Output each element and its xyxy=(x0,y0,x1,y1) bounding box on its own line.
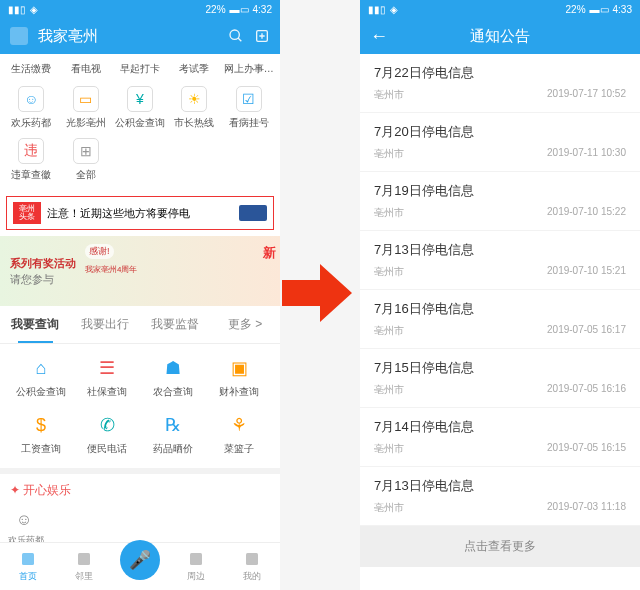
notice-list[interactable]: 7月22日停电信息亳州市2019-07-17 10:527月20日停电信息亳州市… xyxy=(360,54,640,526)
mid-cat-0[interactable]: ☺欢乐药都 xyxy=(4,86,58,130)
status-bar: ▮▮▯◈ 22%▬▭4:32 xyxy=(0,0,280,18)
phone-right: ▮▮▯◈ 22%▬▭4:33 ← 通知公告 7月22日停电信息亳州市2019-0… xyxy=(360,0,640,590)
notice-title: 7月15日停电信息 xyxy=(374,359,626,377)
notice-title: 7月19日停电信息 xyxy=(374,182,626,200)
tab-1[interactable]: 我要出行 xyxy=(70,306,140,343)
cat-label: 看病挂号 xyxy=(229,116,269,130)
signal-icon: ▮▮▯ xyxy=(8,4,26,15)
notice-time: 2019-07-17 10:52 xyxy=(547,88,626,102)
notice-item-3[interactable]: 7月13日停电信息亳州市2019-07-10 15:21 xyxy=(360,231,640,290)
mid-cat-3[interactable]: ☀市长热线 xyxy=(167,86,221,130)
service-3[interactable]: ▣财补查询 xyxy=(206,356,272,399)
service-icon: ☗ xyxy=(161,356,185,380)
notice-item-6[interactable]: 7月14日停电信息亳州市2019-07-05 16:15 xyxy=(360,408,640,467)
notice-item-0[interactable]: 7月22日停电信息亳州市2019-07-17 10:52 xyxy=(360,54,640,113)
promo-thanks-badge: 感谢! xyxy=(85,244,114,259)
arrow-icon xyxy=(282,260,352,326)
battery-icon: ▬▭ xyxy=(230,4,249,15)
service-label: 社保查询 xyxy=(87,385,127,399)
svg-rect-3 xyxy=(78,553,90,565)
phone-left: ▮▮▯◈ 22%▬▭4:32 我家亳州 生活缴费看电视早起打卡考试季网上办事… … xyxy=(0,0,280,590)
search-icon[interactable] xyxy=(228,28,244,44)
tab-3[interactable]: 更多 > xyxy=(210,306,280,343)
cat-label: 全部 xyxy=(76,168,96,182)
notice-title: 7月20日停电信息 xyxy=(374,123,626,141)
section-entertainment: ✦ 开心娱乐 xyxy=(0,468,280,507)
service-5[interactable]: ✆便民电话 xyxy=(74,413,140,456)
service-label: 工资查询 xyxy=(21,442,61,456)
service-label: 公积金查询 xyxy=(16,385,66,399)
mid-cat-5[interactable]: 违违章查徽 xyxy=(4,138,58,182)
svg-point-0 xyxy=(230,30,239,39)
clock: 4:32 xyxy=(253,4,272,15)
service-2[interactable]: ☗农合查询 xyxy=(140,356,206,399)
top-cat-0[interactable]: 生活缴费 xyxy=(4,62,58,76)
notice-title: 7月16日停电信息 xyxy=(374,300,626,318)
svg-rect-4 xyxy=(190,553,202,565)
top-cat-3[interactable]: 考试季 xyxy=(167,62,221,76)
banner-badge-icon xyxy=(239,205,267,221)
status-bar-right: ▮▮▯◈ 22%▬▭4:33 xyxy=(360,0,640,18)
promo-new-label: 新 xyxy=(263,244,276,262)
bottom-nav: 首页邻里🎤周边我的 xyxy=(0,542,280,590)
wifi-icon: ◈ xyxy=(30,4,38,15)
promo-banner[interactable]: 系列有奖活动 请您参与 感谢! 我家亳州4周年 新 xyxy=(0,236,280,306)
notice-time: 2019-07-05 16:17 xyxy=(547,324,626,338)
add-icon[interactable] xyxy=(254,28,270,44)
nav-icon xyxy=(19,550,37,568)
battery-text: 22% xyxy=(566,4,586,15)
cat-icon: ▭ xyxy=(73,86,99,112)
app-logo-icon xyxy=(10,27,28,45)
service-label: 便民电话 xyxy=(87,442,127,456)
service-grid: ⌂公积金查询☰社保查询☗农合查询▣财补查询$工资查询✆便民电话℞药品晒价⚘菜篮子 xyxy=(0,344,280,468)
nav-3[interactable]: 周边 xyxy=(168,550,224,583)
top-cat-4[interactable]: 网上办事… xyxy=(222,62,276,76)
notice-location: 亳州市 xyxy=(374,147,404,161)
wifi-icon: ◈ xyxy=(390,4,398,15)
app-header: 我家亳州 xyxy=(0,18,280,54)
notice-item-2[interactable]: 7月19日停电信息亳州市2019-07-10 15:22 xyxy=(360,172,640,231)
load-more-button[interactable]: 点击查看更多 xyxy=(360,526,640,567)
notice-item-5[interactable]: 7月15日停电信息亳州市2019-07-05 16:16 xyxy=(360,349,640,408)
top-cat-2[interactable]: 早起打卡 xyxy=(113,62,167,76)
svg-rect-5 xyxy=(246,553,258,565)
notice-item-1[interactable]: 7月20日停电信息亳州市2019-07-11 10:30 xyxy=(360,113,640,172)
service-icon: ☰ xyxy=(95,356,119,380)
top-cat-1[interactable]: 看电视 xyxy=(58,62,112,76)
cat-icon: 违 xyxy=(18,138,44,164)
service-7[interactable]: ⚘菜篮子 xyxy=(206,413,272,456)
service-1[interactable]: ☰社保查询 xyxy=(74,356,140,399)
service-0[interactable]: ⌂公积金查询 xyxy=(8,356,74,399)
cat-label: 光影亳州 xyxy=(66,116,106,130)
top-categories: 生活缴费看电视早起打卡考试季网上办事… xyxy=(0,54,280,84)
nav-1[interactable]: 邻里 xyxy=(56,550,112,583)
mid-cat-2[interactable]: ¥公积金查询 xyxy=(113,86,167,130)
mid-cat-4[interactable]: ☑看病挂号 xyxy=(222,86,276,130)
service-4[interactable]: $工资查询 xyxy=(8,413,74,456)
cat-label: 考试季 xyxy=(179,62,209,76)
svg-rect-2 xyxy=(22,553,34,565)
notice-location: 亳州市 xyxy=(374,88,404,102)
promo-text: 系列有奖活动 请您参与 xyxy=(10,255,76,288)
signal-icon: ▮▮▯ xyxy=(368,4,386,15)
service-label: 农合查询 xyxy=(153,385,193,399)
service-icon: ✆ xyxy=(95,413,119,437)
notice-location: 亳州市 xyxy=(374,265,404,279)
cat-icon: ☀ xyxy=(181,86,207,112)
notice-item-7[interactable]: 7月13日停电信息亳州市2019-07-03 11:18 xyxy=(360,467,640,526)
mid-cat-1[interactable]: ▭光影亳州 xyxy=(58,86,112,130)
tab-0[interactable]: 我要查询 xyxy=(0,306,70,343)
nav-mic[interactable]: 🎤 xyxy=(112,554,168,580)
nav-0[interactable]: 首页 xyxy=(0,550,56,583)
banner-text: 注意！近期这些地方将要停电 xyxy=(47,206,233,221)
news-banner[interactable]: 亳州头条 注意！近期这些地方将要停电 xyxy=(6,196,274,230)
nav-label: 邻里 xyxy=(75,570,93,583)
tab-2[interactable]: 我要监督 xyxy=(140,306,210,343)
service-6[interactable]: ℞药品晒价 xyxy=(140,413,206,456)
service-icon: ⚘ xyxy=(227,413,251,437)
mid-cat-6[interactable]: ⊞全部 xyxy=(58,138,112,182)
cat-label: 网上办事… xyxy=(224,62,274,76)
nav-4[interactable]: 我的 xyxy=(224,550,280,583)
notice-item-4[interactable]: 7月16日停电信息亳州市2019-07-05 16:17 xyxy=(360,290,640,349)
notice-time: 2019-07-03 11:18 xyxy=(547,501,626,515)
